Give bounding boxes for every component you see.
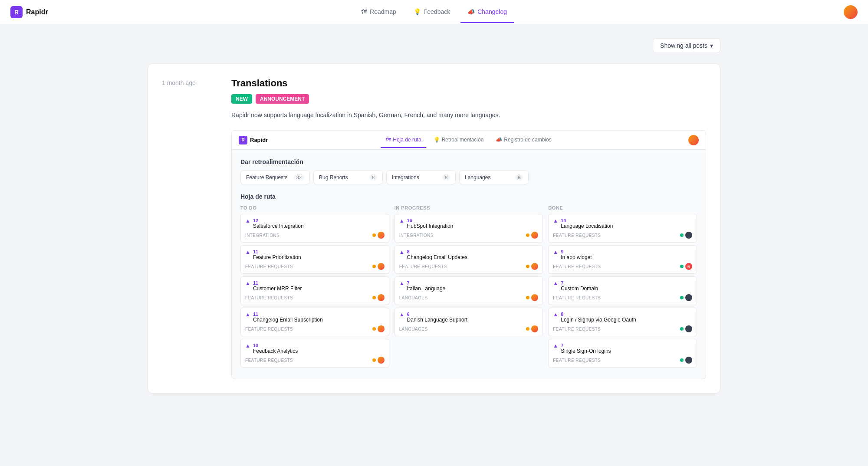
roadmap-card[interactable]: ▲7Single Sign-On loginsFEATURE REQUESTS (548, 339, 697, 368)
card-title: Custom Domain (561, 286, 598, 292)
upvote-arrow-icon: ▲ (245, 218, 250, 224)
roadmap-column-0: TO DO▲12Salesforce IntegrationINTEGRATIO… (240, 205, 389, 370)
card-avatar (378, 263, 385, 270)
card-title: In app widget (561, 254, 592, 260)
upvote-arrow-icon: ▲ (245, 312, 250, 318)
top-bar: Showing all posts ▾ (148, 38, 720, 53)
card-title: HubSpot Integration (407, 223, 454, 229)
upvote-arrow-icon: ▲ (553, 280, 558, 286)
vote-count: 11 (253, 280, 302, 286)
app-logo-icon: R (10, 6, 23, 18)
roadmap-card[interactable]: ▲12Salesforce IntegrationINTEGRATIONS (240, 214, 389, 243)
upvote-arrow-icon: ▲ (399, 218, 404, 224)
card-title: Customer MRR Filter (253, 286, 302, 292)
post-badges: NEW ANNOUNCEMENT (231, 94, 706, 104)
card-title: Feature Prioritization (253, 254, 301, 260)
vote-count: 11 (253, 249, 301, 254)
status-dot-icon (680, 327, 684, 331)
card-avatar (685, 357, 692, 364)
changelog-icon: 📣 (467, 8, 475, 15)
post-title: Translations (231, 78, 706, 89)
upvote-arrow-icon: ▲ (245, 280, 250, 286)
upvote-arrow-icon: ▲ (399, 280, 404, 286)
main-content: Showing all posts ▾ 1 month ago Translat… (130, 24, 738, 407)
vote-count: 7 (561, 280, 598, 286)
preview-avatar (688, 135, 699, 145)
roadmap-card[interactable]: ▲7Italian LanguageLANGUAGES (395, 276, 543, 305)
card-avatar (378, 294, 385, 301)
roadmap-card[interactable]: ▲11Feature PrioritizationFEATURE REQUEST… (240, 245, 389, 274)
preview-changelog-icon: 📣 (496, 137, 502, 143)
upvote-arrow-icon: ▲ (553, 249, 558, 255)
roadmap-columns: TO DO▲12Salesforce IntegrationINTEGRATIO… (240, 205, 697, 370)
status-dot-icon (680, 233, 684, 237)
user-avatar[interactable] (844, 5, 858, 19)
status-dot-icon (372, 296, 376, 299)
board-tab-integrations[interactable]: Integrations 8 (386, 171, 456, 184)
showing-all-posts-button[interactable]: Showing all posts ▾ (653, 38, 720, 53)
board-tab-languages[interactable]: Languages 6 (459, 171, 529, 184)
card-avatar: R (685, 263, 692, 270)
card-title: Danish Language Support (407, 317, 467, 323)
preview-body: Dar retroalimentación Feature Requests 3… (232, 150, 706, 379)
card-avatar (685, 325, 692, 332)
roadmap-card[interactable]: ▲11Changelog Email SubscriptionFEATURE R… (240, 308, 389, 336)
card-avatar (531, 232, 538, 239)
card-tag: FEATURE REQUESTS (553, 295, 601, 300)
upvote-arrow-icon: ▲ (553, 218, 558, 224)
app-preview: R Rapidr 🗺 Hoja de ruta 💡 Retroalimentac… (231, 130, 706, 379)
vote-count: 6 (407, 312, 467, 317)
roadmap-card[interactable]: ▲16HubSpot IntegrationINTEGRATIONS (395, 214, 543, 243)
card-avatar (531, 325, 538, 332)
upvote-arrow-icon: ▲ (553, 312, 558, 318)
roadmap-card[interactable]: ▲14Language LocalisationFEATURE REQUESTS (548, 214, 697, 243)
roadmap-card[interactable]: ▲7Custom DomainFEATURE REQUESTS (548, 276, 697, 305)
post-description: Rapidr now supports language localizatio… (231, 111, 706, 120)
card-avatar (378, 325, 385, 332)
card-avatar (378, 357, 385, 364)
vote-count: 16 (407, 218, 454, 223)
board-tab-feature-requests[interactable]: Feature Requests 32 (240, 171, 310, 184)
upvote-arrow-icon: ▲ (399, 249, 404, 255)
card-avatar (378, 232, 385, 239)
nav-feedback[interactable]: 💡 Feedback (407, 1, 457, 23)
roadmap-column-2: DONE▲14Language LocalisationFEATURE REQU… (548, 205, 697, 370)
roadmap-icon: 🗺 (361, 8, 367, 15)
badge-announcement: ANNOUNCEMENT (256, 94, 309, 104)
roadmap-column-1: IN PROGRESS▲16HubSpot IntegrationINTEGRA… (395, 205, 543, 370)
card-avatar (685, 232, 692, 239)
vote-count: 10 (253, 343, 298, 348)
status-dot-icon (372, 358, 376, 362)
preview-feedback-icon: 💡 (434, 137, 440, 143)
roadmap-card[interactable]: ▲8Changelog Email UpdatesFEATURE REQUEST… (395, 245, 543, 274)
logo-area[interactable]: R Rapidr (10, 6, 48, 18)
board-tab-bug-reports[interactable]: Bug Reports 8 (313, 171, 383, 184)
roadmap-card[interactable]: ▲6Danish Language SupportLANGUAGES (395, 308, 543, 336)
preview-nav-changelog[interactable]: 📣 Registro de cambios (490, 132, 556, 148)
roadmap-card[interactable]: ▲8Login / Signup via Google OauthFEATURE… (548, 308, 697, 336)
card-title: Feedback Analytics (253, 348, 298, 354)
upvote-arrow-icon: ▲ (553, 343, 558, 349)
vote-count: 7 (561, 343, 611, 348)
card-avatar (531, 294, 538, 301)
vote-count: 12 (253, 218, 304, 223)
status-dot-icon (680, 358, 684, 362)
preview-nav-feedback[interactable]: 💡 Retroalimentación (428, 132, 489, 148)
preview-nav-roadmap[interactable]: 🗺 Hoja de ruta (381, 132, 426, 148)
card-tag: FEATURE REQUESTS (245, 327, 293, 331)
roadmap-title: Hoja de ruta (240, 193, 697, 200)
roadmap-card[interactable]: ▲10Feedback AnalyticsFEATURE REQUESTS (240, 339, 389, 368)
card-title: Changelog Email Subscription (253, 317, 323, 323)
status-dot-icon (680, 265, 684, 268)
card-tag: LANGUAGES (399, 327, 428, 331)
roadmap-card[interactable]: ▲9In app widgetFEATURE REQUESTSR (548, 245, 697, 274)
preview-logo-name: Rapidr (250, 137, 268, 143)
card-title: Italian Language (407, 286, 446, 292)
roadmap-card[interactable]: ▲11Customer MRR FilterFEATURE REQUESTS (240, 276, 389, 305)
vote-count: 14 (561, 218, 613, 223)
post-body: Translations NEW ANNOUNCEMENT Rapidr now… (231, 78, 706, 379)
card-tag: INTEGRATIONS (245, 233, 279, 238)
nav-changelog[interactable]: 📣 Changelog (460, 1, 514, 23)
nav-roadmap[interactable]: 🗺 Roadmap (354, 1, 403, 23)
column-header-0: TO DO (240, 205, 389, 210)
